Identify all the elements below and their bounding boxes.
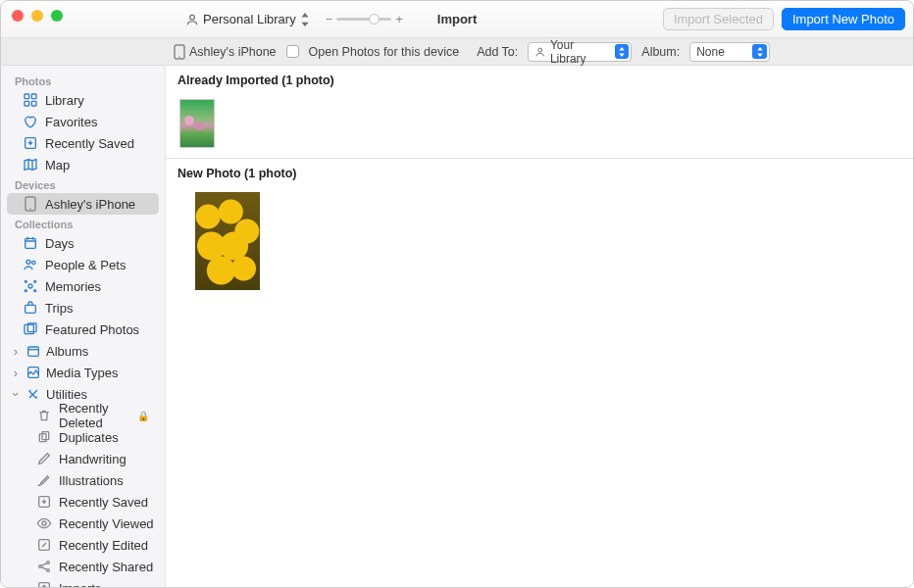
sidebar-item-media-types[interactable]: › Media Types: [1, 362, 165, 383]
sidebar-item-duplicates[interactable]: Duplicates: [1, 426, 165, 448]
open-photos-checkbox[interactable]: [286, 45, 299, 58]
sidebar-item-label: Imports: [59, 581, 101, 588]
svg-point-18: [34, 290, 36, 292]
sidebar-item-label: Ashley's iPhone: [45, 197, 135, 212]
sidebar-item-recently-shared[interactable]: Recently Shared: [1, 556, 165, 577]
sidebar-item-label: Memories: [45, 279, 101, 294]
chevron-right-icon[interactable]: ›: [11, 366, 21, 380]
photo-thumbnail[interactable]: [195, 192, 260, 290]
trash-icon: [36, 408, 52, 423]
photo-thumbnail[interactable]: [179, 99, 215, 148]
window-controls: [12, 10, 63, 22]
tools-icon: [25, 386, 41, 402]
svg-point-15: [25, 280, 26, 282]
sidebar-item-imports[interactable]: Imports: [1, 577, 165, 587]
sidebar-item-label: Favorites: [45, 115, 97, 129]
sidebar-item-label: Handwriting: [59, 452, 127, 466]
sidebar-section-photos: Photos: [1, 72, 165, 89]
sidebar-item-favorites[interactable]: Favorites: [1, 111, 165, 132]
new-photo-thumbnails: [166, 188, 913, 300]
close-window-button[interactable]: [12, 10, 24, 22]
sidebar-item-recently-edited[interactable]: Recently Edited: [1, 534, 165, 556]
sidebar-item-memories[interactable]: Memories: [1, 275, 165, 297]
sidebar-item-label: Recently Viewed: [59, 516, 154, 531]
svg-rect-5: [31, 94, 36, 99]
sidebar-item-recently-saved[interactable]: Recently Saved: [1, 132, 165, 154]
add-to-label: Add To:: [477, 45, 518, 59]
sidebar-item-label: Library: [45, 93, 84, 108]
sidebar-item-featured[interactable]: Featured Photos: [1, 318, 165, 340]
svg-point-13: [32, 261, 35, 264]
sidebar-item-label: Recently Edited: [59, 538, 148, 553]
people-icon: [23, 257, 38, 272]
add-to-dropdown[interactable]: Your Library: [528, 42, 632, 62]
duplicates-icon: [36, 429, 52, 445]
svg-point-14: [28, 284, 32, 288]
svg-point-10: [29, 208, 31, 210]
sidebar-item-handwriting[interactable]: Handwriting: [1, 448, 165, 469]
library-icon: [23, 92, 38, 108]
svg-rect-19: [25, 305, 36, 313]
sidebar-item-device[interactable]: Ashley's iPhone: [7, 193, 159, 215]
pencil-icon: [36, 451, 52, 466]
maximize-window-button[interactable]: [51, 10, 63, 22]
album-value: None: [696, 45, 725, 59]
open-photos-label: Open Photos for this device: [309, 45, 460, 59]
person-icon: [534, 46, 546, 58]
dropdown-arrows-icon: [752, 44, 767, 59]
dropdown-arrows-icon: [615, 44, 629, 59]
sidebar-item-albums[interactable]: › Albums: [1, 340, 165, 362]
featured-icon: [23, 321, 38, 337]
sidebar-item-recently-viewed[interactable]: Recently Viewed: [1, 513, 165, 534]
library-picker-label: Personal Library: [203, 12, 296, 26]
sidebar-item-illustrations[interactable]: Illustrations: [1, 469, 165, 491]
album-label: Album:: [641, 45, 680, 59]
sidebar-item-label: Utilities: [46, 387, 87, 402]
zoom-plus-label: +: [395, 12, 403, 26]
sidebar-item-trips[interactable]: Trips: [1, 297, 165, 318]
svg-point-2: [178, 56, 180, 58]
svg-point-29: [39, 565, 42, 568]
sidebar-item-label: People & Pets: [45, 258, 126, 272]
zoom-track[interactable]: [336, 18, 391, 21]
share-icon: [36, 559, 52, 574]
sidebar-item-people-pets[interactable]: People & Pets: [1, 254, 165, 275]
sidebar: Photos Library Favorites Recently Saved …: [1, 66, 166, 587]
calendar-icon: [23, 235, 38, 251]
svg-point-31: [47, 569, 50, 572]
album-dropdown[interactable]: None: [689, 42, 770, 62]
sidebar-item-days[interactable]: Days: [1, 232, 165, 254]
memories-icon: [23, 278, 38, 294]
albums-icon: [25, 343, 41, 359]
sidebar-section-devices: Devices: [1, 175, 165, 193]
sidebar-item-label: Days: [45, 236, 75, 251]
import-new-photo-button[interactable]: Import New Photo: [782, 8, 905, 30]
svg-rect-6: [25, 101, 29, 106]
phone-icon: [23, 196, 38, 212]
zoom-slider[interactable]: − +: [326, 12, 403, 26]
svg-point-16: [34, 280, 36, 282]
chevron-right-icon[interactable]: ›: [11, 344, 21, 359]
download-icon: [23, 135, 38, 151]
sidebar-item-util-recently-saved[interactable]: Recently Saved: [1, 491, 165, 513]
lock-icon: 🔒: [137, 411, 149, 421]
zoom-thumb[interactable]: [369, 14, 380, 24]
sidebar-item-label: Recently Saved: [45, 136, 134, 151]
add-to-value: Your Library: [550, 38, 611, 66]
edit-icon: [36, 537, 52, 553]
sidebar-item-recently-deleted[interactable]: Recently Deleted 🔒: [1, 405, 165, 426]
already-imported-heading: Already Imported (1 photo): [166, 66, 913, 95]
sidebar-item-label: Featured Photos: [45, 322, 139, 337]
sidebar-item-label: Illustrations: [59, 473, 124, 488]
chevron-down-icon[interactable]: ›: [9, 389, 24, 399]
sidebar-item-label: Albums: [46, 344, 88, 359]
sidebar-item-label: Recently Saved: [59, 495, 148, 510]
svg-rect-7: [31, 101, 36, 106]
heart-icon: [23, 114, 38, 129]
svg-point-12: [26, 260, 30, 264]
minimize-window-button[interactable]: [31, 10, 43, 22]
download-icon: [36, 494, 52, 510]
sidebar-item-map[interactable]: Map: [1, 154, 165, 175]
library-picker[interactable]: Personal Library: [181, 10, 314, 28]
sidebar-item-library[interactable]: Library: [1, 89, 165, 111]
